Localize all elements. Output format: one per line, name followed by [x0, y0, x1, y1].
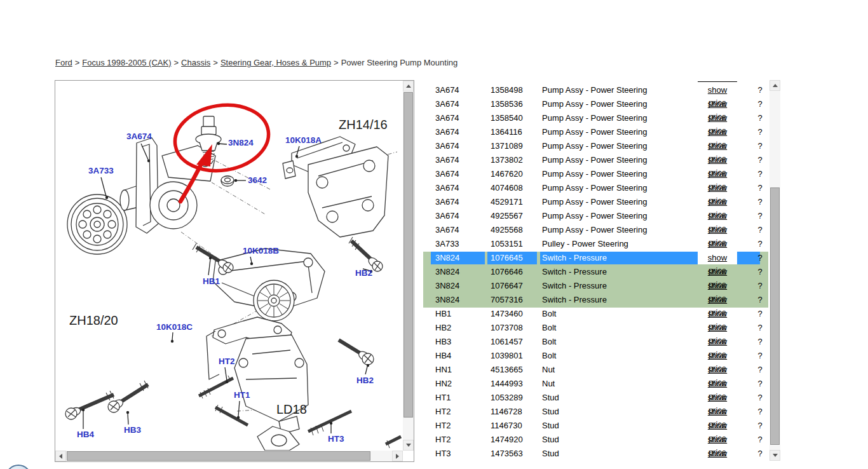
table-row[interactable]: HN2 1444993 Nut show price ?: [421, 377, 770, 391]
table-row[interactable]: HT1 1053289 Stud show price ?: [421, 391, 770, 405]
help-link[interactable]: ?: [754, 419, 766, 432]
show-price-link[interactable]: show price: [708, 449, 727, 461]
part-label-hb1[interactable]: HB1: [203, 276, 220, 286]
help-link[interactable]: ?: [754, 112, 766, 125]
help-link[interactable]: ?: [754, 182, 766, 194]
help-link[interactable]: ?: [754, 238, 766, 250]
table-row[interactable]: 3A674 1358498 Pump Assy - Power Steering…: [421, 83, 770, 97]
part-number-cell: 4074608: [487, 182, 537, 194]
help-link[interactable]: ?: [754, 266, 766, 278]
table-row[interactable]: 3A674 1467620 Pump Assy - Power Steering…: [421, 167, 770, 181]
part-number-cell: 4529171: [487, 196, 537, 208]
help-link[interactable]: ?: [754, 294, 766, 306]
help-link[interactable]: ?: [754, 308, 766, 320]
breadcrumb-link-chassis[interactable]: Chassis: [181, 58, 210, 67]
part-code-cell: HB2: [431, 322, 485, 334]
part-label-3n824[interactable]: 3N824: [228, 138, 254, 147]
bolt-hb2-top-drawing: [349, 237, 383, 271]
table-row[interactable]: HT2 1474920 Stud show price ?: [421, 433, 770, 447]
diagram-vertical-scrollbar[interactable]: [403, 81, 414, 451]
table-row[interactable]: HN1 4513665 Nut show price ?: [421, 363, 770, 377]
help-link[interactable]: ?: [754, 447, 766, 460]
help-link[interactable]: ?: [754, 140, 766, 153]
scroll-up-button[interactable]: [403, 81, 414, 92]
part-number-cell: 1473460: [487, 308, 537, 320]
table-row[interactable]: 3N824 7057316 Switch - Pressure show pri…: [421, 293, 770, 307]
help-link[interactable]: ?: [754, 405, 766, 418]
help-link[interactable]: ?: [754, 322, 766, 334]
scrollbar-thumb[interactable]: [770, 187, 780, 445]
help-link[interactable]: ?: [754, 84, 766, 97]
scrollbar-thumb[interactable]: [67, 451, 370, 461]
breadcrumb-link-steering[interactable]: Steering Gear, Hoses & Pump: [220, 58, 331, 67]
table-row[interactable]: 3A674 1358536 Pump Assy - Power Steering…: [421, 97, 770, 111]
part-label-hb2[interactable]: HB2: [355, 268, 372, 278]
table-row[interactable]: 3A674 1358540 Pump Assy - Power Steering…: [421, 111, 770, 125]
table-row[interactable]: 3A674 1371089 Pump Assy - Power Steering…: [421, 139, 770, 153]
table-row[interactable]: 3A674 1364116 Pump Assy - Power Steering…: [421, 125, 770, 139]
table-row[interactable]: 3A674 4529171 Pump Assy - Power Steering…: [421, 195, 770, 209]
scroll-down-button[interactable]: [770, 450, 780, 461]
help-link[interactable]: ?: [754, 224, 766, 236]
partial-circle-widget[interactable]: [5, 465, 32, 469]
help-link[interactable]: ?: [754, 252, 766, 264]
help-link[interactable]: ?: [754, 350, 766, 362]
scroll-up-button[interactable]: [770, 80, 780, 91]
help-link[interactable]: ?: [754, 126, 766, 139]
scroll-down-button[interactable]: [403, 440, 414, 451]
part-label-hb3[interactable]: HB3: [124, 425, 141, 435]
breadcrumb-current: Power Steering Pump Mounting: [341, 58, 458, 67]
part-label-hb2-2[interactable]: HB2: [356, 376, 374, 385]
part-code-cell: 3A674: [431, 224, 485, 236]
table-row[interactable]: 3A674 4925568 Pump Assy - Power Steering…: [421, 223, 770, 237]
part-label-10k018a[interactable]: 10K018A: [285, 135, 322, 145]
breadcrumb-link-model[interactable]: Focus 1998-2005 (CAK): [82, 58, 171, 67]
table-row[interactable]: HB4 1039801 Bolt show price ?: [421, 349, 770, 363]
table-row[interactable]: HB3 1061457 Bolt show price ?: [421, 335, 770, 349]
help-link[interactable]: ?: [754, 154, 766, 167]
diagram-horizontal-scrollbar[interactable]: [55, 451, 403, 461]
help-link[interactable]: ?: [754, 377, 766, 390]
table-row[interactable]: 3A674 1373802 Pump Assy - Power Steering…: [421, 153, 770, 167]
table-row[interactable]: 3N824 1076645 Switch - Pressure show pri…: [421, 251, 770, 265]
part-label-10k018b[interactable]: 10K018B: [243, 246, 279, 255]
part-label-3a674[interactable]: 3A674: [126, 132, 152, 141]
help-link[interactable]: ?: [754, 391, 766, 404]
table-row[interactable]: HT2 1146728 Stud show price ?: [421, 405, 770, 419]
part-number-cell: 1358536: [487, 98, 537, 111]
table-row[interactable]: 3N824 1076647 Switch - Pressure show pri…: [421, 279, 770, 293]
part-label-3642[interactable]: 3642: [248, 175, 267, 185]
table-row[interactable]: 3N824 1076646 Switch - Pressure show pri…: [421, 265, 770, 279]
part-label-10k018c[interactable]: 10K018C: [156, 322, 193, 332]
table-row[interactable]: HT3 1473563 Stud show price ?: [421, 447, 770, 461]
help-link[interactable]: ?: [754, 280, 766, 292]
table-row[interactable]: HB2 1073708 Bolt show price ?: [421, 321, 770, 335]
part-label-3a733[interactable]: 3A733: [88, 166, 114, 175]
help-link[interactable]: ?: [754, 98, 766, 111]
help-link[interactable]: ?: [754, 168, 766, 180]
scroll-left-button[interactable]: [55, 451, 66, 461]
stud-ht2-drawing: [199, 376, 233, 398]
table-row[interactable]: 3A733 1053151 Pulley - Power Steering sh…: [421, 237, 770, 251]
scrollbar-thumb[interactable]: [403, 92, 413, 418]
bolt-hb4-drawing: [65, 391, 114, 419]
scroll-right-button[interactable]: [392, 451, 403, 461]
table-vertical-scrollbar[interactable]: [770, 80, 780, 461]
table-row[interactable]: HB1 1473460 Bolt show price ?: [421, 307, 770, 321]
part-label-ht2[interactable]: HT2: [219, 357, 235, 366]
part-label-ht3[interactable]: HT3: [328, 434, 344, 444]
table-row[interactable]: 3A674 4925567 Pump Assy - Power Steering…: [421, 209, 770, 223]
help-link[interactable]: ?: [754, 336, 766, 348]
up-arrow-icon: [406, 85, 411, 88]
help-link[interactable]: ?: [754, 196, 766, 208]
help-link[interactable]: ?: [754, 210, 766, 222]
help-link[interactable]: ?: [754, 433, 766, 446]
table-row[interactable]: HT2 1146730 Stud show price ?: [421, 419, 770, 433]
group-label-zh1416: ZH14/16: [339, 118, 388, 132]
table-row[interactable]: 3A674 4074608 Pump Assy - Power Steering…: [421, 181, 770, 195]
breadcrumb-link-ford[interactable]: Ford: [55, 58, 72, 67]
help-link[interactable]: ?: [754, 364, 766, 376]
part-label-hb4[interactable]: HB4: [77, 430, 94, 439]
breadcrumb-separator: >: [174, 58, 179, 67]
part-label-ht1[interactable]: HT1: [234, 390, 250, 400]
